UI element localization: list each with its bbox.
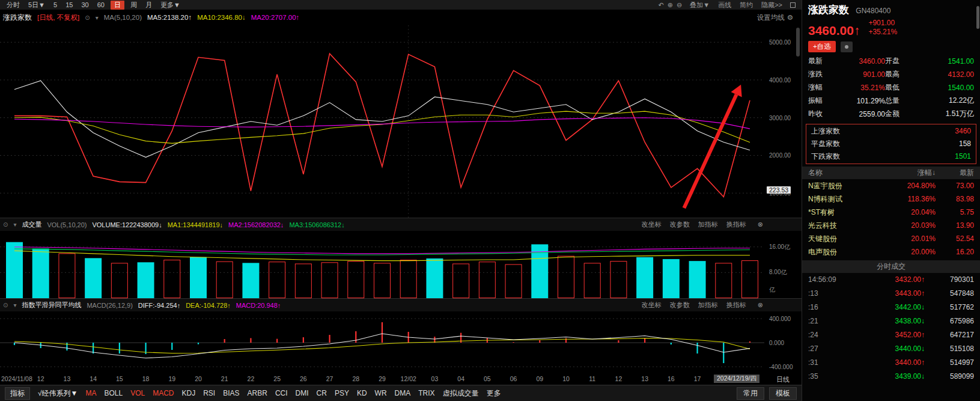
rank-col-price[interactable]: 最新 <box>936 167 974 179</box>
zoom-out-icon[interactable]: ⊖ <box>677 1 682 9</box>
panel-eye-icon[interactable]: ⊙ <box>3 221 8 228</box>
panel-tool-button[interactable]: 改坐标 <box>642 220 662 229</box>
tick-row: :163442.00↓517762 <box>802 301 980 314</box>
period-button[interactable]: 5日▼ <box>24 1 49 10</box>
panel-eye-icon[interactable]: ⊙ <box>85 14 90 21</box>
x-axis-label: 06 <box>510 375 517 382</box>
period-button[interactable]: 周 <box>126 1 141 10</box>
panel-eye-icon[interactable]: ⊙ <box>3 302 8 308</box>
chart-tool-button[interactable]: 隐藏>> <box>757 1 787 10</box>
main-chart-canvas[interactable] <box>0 25 764 218</box>
quote-label: 最新 <box>808 56 826 66</box>
rank-last-price: 5.75 <box>936 206 974 219</box>
indicator-BIAS[interactable]: BIAS <box>223 389 239 397</box>
chevron-down-icon[interactable]: ▾ <box>13 302 16 308</box>
macd-panel-tools: 改坐标改参数加指标换指标 <box>642 301 752 310</box>
panel-tool-button[interactable]: 改坐标 <box>642 301 662 310</box>
time-and-sales: 14:56:093432.00↑790301:133443.00↑547848:… <box>802 273 980 384</box>
period-button[interactable]: 30 <box>77 1 93 8</box>
panel-tool-button[interactable]: 换指标 <box>726 301 746 310</box>
rank-stock-name: *ST有树 <box>808 206 890 219</box>
add-watchlist-button[interactable]: +自选 <box>808 41 836 52</box>
y-axis-label: 16.00亿 <box>769 243 790 251</box>
main-chart-panel[interactable]: 1000.002000.003000.004000.005000.00 223.… <box>0 25 802 218</box>
period-button[interactable]: 分时 <box>2 1 24 10</box>
macd-params: MACD(26,12,9) <box>87 302 132 309</box>
panel-tool-button[interactable]: 改参数 <box>670 220 690 229</box>
chevron-down-icon[interactable]: ▾ <box>96 14 99 21</box>
period-button[interactable]: 15 <box>61 1 77 8</box>
undo-icon[interactable]: ↶ <box>659 1 664 9</box>
rank-row[interactable]: 天键股份20.01%52.54 <box>802 232 980 245</box>
indicator-BOLL[interactable]: BOLL <box>104 389 123 397</box>
y-axis-label: 3000.00 <box>769 114 791 121</box>
quote-label: 总量 <box>885 96 905 106</box>
tick-row: 14:56:093432.00↑790301 <box>802 273 980 287</box>
fullscreen-icon[interactable] <box>790 2 796 8</box>
ma-settings-button[interactable]: 设置均线 <box>757 13 785 22</box>
rank-row[interactable]: 光云科技20.03%13.90 <box>802 219 980 232</box>
period-label: 日线 <box>776 375 790 384</box>
chart-tool-button[interactable]: 叠加▼ <box>686 1 714 10</box>
price-change: +901.00 <box>868 19 897 28</box>
indicator-CCI[interactable]: CCI <box>275 389 288 397</box>
indicator-RSI[interactable]: RSI <box>203 389 215 397</box>
quote-label: 涨幅 <box>808 82 826 93</box>
chart-scrollbar-thumb[interactable] <box>796 28 800 57</box>
panel-tool-button[interactable]: 加指标 <box>698 301 718 310</box>
close-panel-icon[interactable]: ⊗ <box>758 221 802 228</box>
indicator-CR[interactable]: CR <box>317 389 327 397</box>
indicator-KD[interactable]: KD <box>357 389 367 397</box>
toolbar-button[interactable]: 常用 <box>737 387 764 400</box>
chevron-down-icon[interactable]: ▾ <box>13 221 16 228</box>
rank-row[interactable]: N蓝宇股份204.80%73.00 <box>802 179 980 192</box>
macd-y-axis: 400.0000.000-400.000 <box>764 311 802 374</box>
volume-chart-canvas[interactable] <box>0 231 764 298</box>
period-button[interactable]: 更多▼ <box>156 1 184 10</box>
indicator-虚拟成交量[interactable]: 虚拟成交量 <box>443 388 479 399</box>
rank-row[interactable]: N博科测试118.36%83.98 <box>802 192 980 206</box>
tick-volume: 514997 <box>925 356 974 370</box>
panel-tool-button[interactable]: 加指标 <box>698 220 718 229</box>
indicator-更多[interactable]: 更多 <box>487 388 501 399</box>
panel-tool-button[interactable]: 改参数 <box>670 301 690 310</box>
indicator-DMA[interactable]: DMA <box>395 389 411 397</box>
series-selector[interactable]: √经伟系列▼ <box>38 388 78 399</box>
indicator-DMI[interactable]: DMI <box>296 389 309 397</box>
volume-ma2: MA2:1562082032↓ <box>228 221 284 228</box>
gear-icon[interactable]: ⚙ <box>787 13 793 22</box>
close-panel-icon[interactable]: ⊗ <box>758 301 802 309</box>
rank-row[interactable]: *ST有树20.04%5.75 <box>802 206 980 219</box>
zoom-in-icon[interactable]: ⊕ <box>668 1 673 9</box>
indicator-ARBR[interactable]: ARBR <box>248 389 267 397</box>
indicator-tab[interactable]: 指标 <box>5 387 30 400</box>
volume-panel[interactable]: 16.00亿8.00亿亿 <box>0 231 802 298</box>
indicator-MA[interactable]: MA <box>85 389 96 397</box>
rank-col-name[interactable]: 名称 <box>808 167 890 179</box>
indicator-TRIX[interactable]: TRIX <box>418 389 434 397</box>
toolbar-button[interactable]: 模板 <box>769 387 797 400</box>
indicator-MACD[interactable]: MACD <box>153 389 174 397</box>
indicator-PSY[interactable]: PSY <box>335 389 349 397</box>
alert-icon[interactable] <box>841 41 853 52</box>
macd-panel[interactable]: 400.0000.000-400.000 <box>0 311 802 374</box>
indicator-KDJ[interactable]: KDJ <box>182 389 196 397</box>
sidebar-scrollbar-thumb[interactable] <box>976 6 979 29</box>
macd-chart-canvas[interactable] <box>0 311 764 374</box>
rank-row[interactable]: 电声股份20.00%16.20 <box>802 245 980 259</box>
rank-change-pct: 20.00% <box>890 245 936 259</box>
period-button[interactable]: 月 <box>141 1 156 10</box>
y-axis-label: -400.000 <box>769 364 793 370</box>
indicator-WR[interactable]: WR <box>375 389 387 397</box>
rank-col-change[interactable]: 涨幅↓ <box>890 167 936 179</box>
period-button[interactable]: 5 <box>49 1 61 8</box>
chart-tool-button[interactable]: 简约 <box>735 1 757 10</box>
trading-app-window: 分时5日▼5153060日周月更多▼ ↶ ⊕ ⊖ 叠加▼画线简约隐藏>> 涨跌家… <box>0 0 980 401</box>
breadth-label: 平盘家数 <box>811 138 840 150</box>
quote-label: 振幅 <box>808 96 826 106</box>
period-button[interactable]: 日 <box>111 1 124 10</box>
panel-tool-button[interactable]: 换指标 <box>726 220 746 229</box>
chart-tool-button[interactable]: 画线 <box>714 1 735 10</box>
period-button[interactable]: 60 <box>93 1 109 8</box>
indicator-VOL[interactable]: VOL <box>130 389 145 397</box>
